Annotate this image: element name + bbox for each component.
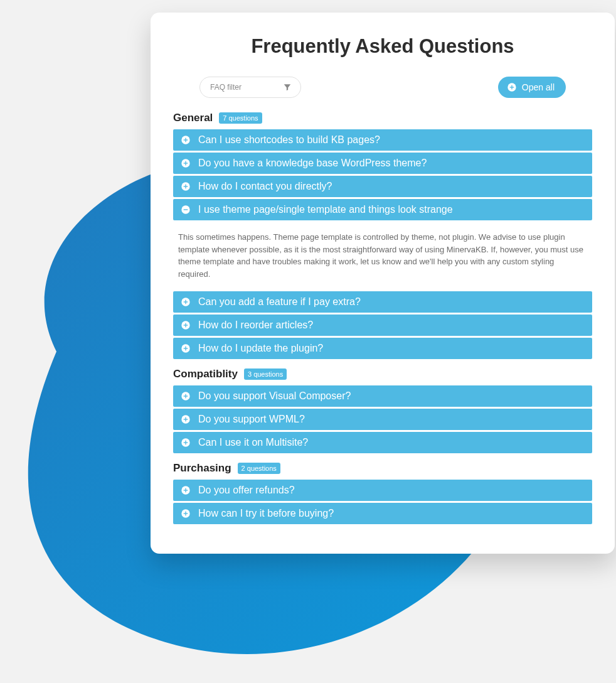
faq-question: I use theme page/single template and thi… [198, 204, 453, 215]
svg-rect-8 [184, 163, 188, 163]
faq-item[interactable]: How can I try it before buying? [173, 503, 592, 524]
faq-question: Can you add a feature if I pay extra? [198, 296, 361, 308]
plus-circle-icon [507, 82, 517, 92]
faq-question: How do I reorder articles? [198, 320, 313, 331]
section-title: General [173, 112, 213, 124]
filter-icon [283, 83, 292, 92]
faq-item[interactable]: How do I reorder articles? [173, 315, 592, 336]
section-header: Compatiblity3 questions [173, 368, 592, 380]
plus-circle-icon [181, 508, 191, 519]
faq-question: How can I try it before buying? [198, 508, 334, 519]
faq-question: Can I use it on Multisite? [198, 437, 308, 448]
section-header: Purchasing2 questions [173, 462, 592, 475]
faq-question: Do you support Visual Composer? [198, 390, 351, 402]
svg-rect-25 [184, 395, 188, 396]
plus-circle-icon [181, 343, 191, 353]
faq-sections: General7 questionsCan I use shortcodes t… [173, 112, 592, 524]
svg-rect-16 [184, 301, 188, 302]
section-header: General7 questions [173, 112, 592, 124]
open-all-button[interactable]: Open all [498, 77, 566, 98]
page-title: Frequently Asked Questions [173, 35, 592, 58]
minus-circle-icon [181, 205, 191, 215]
svg-rect-19 [184, 325, 188, 325]
section-badge: 2 questions [238, 463, 280, 474]
faq-item[interactable]: Can I use it on Multisite? [173, 432, 592, 453]
faq-question: How do I contact you directly? [198, 181, 332, 192]
svg-rect-37 [184, 513, 188, 514]
faq-item[interactable]: Can you add a feature if I pay extra? [173, 291, 592, 313]
svg-rect-13 [184, 209, 188, 210]
plus-circle-icon [181, 135, 191, 145]
faq-filter[interactable]: FAQ filter [199, 77, 301, 98]
section-title: Compatiblity [173, 368, 238, 380]
faq-question: Do you have a knowledge base WordPress t… [198, 158, 427, 169]
faq-question: Can I use shortcodes to build KB pages? [198, 134, 380, 146]
plus-circle-icon [181, 158, 191, 168]
svg-rect-2 [510, 87, 514, 87]
open-all-label: Open all [522, 82, 555, 92]
faq-item[interactable]: How do I update the plugin? [173, 338, 592, 359]
faq-card: Frequently Asked Questions FAQ filter Op… [151, 13, 615, 554]
faq-item[interactable]: How do I contact you directly? [173, 176, 592, 197]
faq-item[interactable]: Do you have a knowledge base WordPress t… [173, 153, 592, 174]
faq-filter-label: FAQ filter [210, 83, 242, 92]
svg-rect-34 [184, 490, 188, 490]
toolbar: FAQ filter Open all [199, 77, 566, 98]
plus-circle-icon [181, 320, 191, 330]
svg-rect-5 [184, 139, 188, 140]
svg-rect-31 [184, 442, 188, 443]
section-badge: 7 questions [219, 112, 262, 124]
plus-circle-icon [181, 414, 191, 424]
faq-question: How do I update the plugin? [198, 343, 323, 354]
plus-circle-icon [181, 297, 191, 307]
faq-question: Do you support WPML? [198, 414, 305, 425]
faq-answer: This sometimes happens. Theme page templ… [173, 222, 592, 291]
plus-circle-icon [181, 438, 191, 448]
faq-item[interactable]: Do you offer refunds? [173, 480, 592, 501]
faq-item[interactable]: Can I use shortcodes to build KB pages? [173, 129, 592, 151]
section-title: Purchasing [173, 462, 231, 475]
faq-question: Do you offer refunds? [198, 485, 295, 496]
svg-rect-11 [184, 186, 188, 186]
svg-rect-28 [184, 419, 188, 419]
plus-circle-icon [181, 181, 191, 191]
plus-circle-icon [181, 485, 191, 495]
faq-item[interactable]: Do you support WPML? [173, 409, 592, 430]
svg-rect-22 [184, 348, 188, 348]
faq-item[interactable]: I use theme page/single template and thi… [173, 199, 592, 220]
plus-circle-icon [181, 391, 191, 401]
faq-item[interactable]: Do you support Visual Composer? [173, 385, 592, 407]
section-badge: 3 questions [244, 368, 287, 380]
